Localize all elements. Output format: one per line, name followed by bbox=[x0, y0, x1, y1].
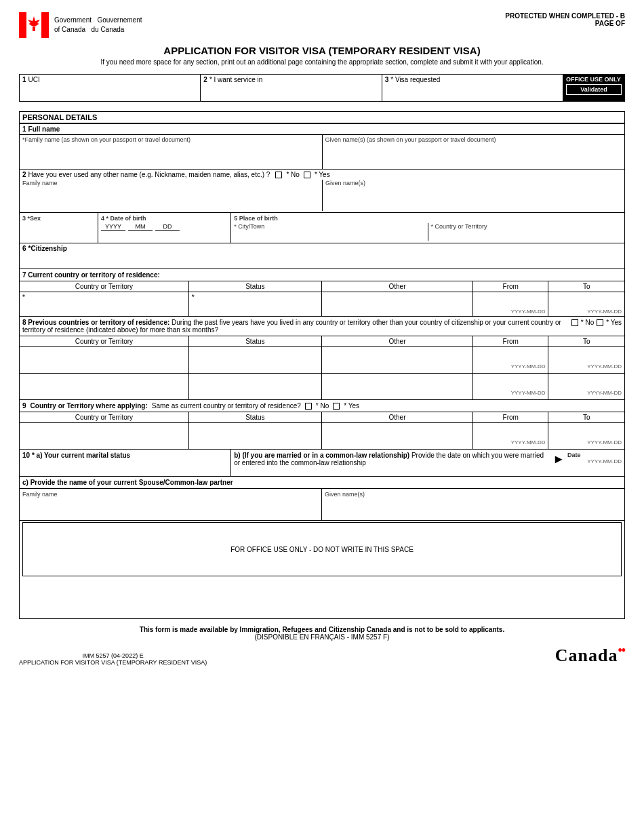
col-country-header: Country or Territory bbox=[20, 281, 189, 292]
country-territory-pob-input[interactable] bbox=[431, 230, 622, 241]
current-country-input[interactable] bbox=[22, 301, 186, 312]
yyyy-label: YYYY bbox=[101, 223, 125, 231]
prev-countries-label: Previous countries or territory of resid… bbox=[28, 319, 169, 326]
canada-flag-logo bbox=[19, 12, 49, 38]
family-name-note: *Family name (as shown on your passport … bbox=[22, 136, 319, 143]
spouse-given-label: Given name(s) bbox=[325, 491, 622, 498]
yes-label: * Yes bbox=[315, 171, 330, 178]
prev1-from-cell: YYYY-MM-DD bbox=[473, 347, 549, 373]
footer-notice: This form is made available by Immigrati… bbox=[19, 626, 625, 633]
mm-label: MM bbox=[128, 223, 153, 231]
uci-input[interactable] bbox=[22, 85, 197, 96]
office-label: OFFICE USE ONLY bbox=[566, 76, 622, 83]
current-residence-label: Current country or territory of residenc… bbox=[28, 271, 159, 279]
applying-country-cell bbox=[20, 423, 189, 449]
prev-col-to: To bbox=[548, 336, 624, 346]
current-other-input[interactable] bbox=[325, 294, 470, 304]
other-family-name-label: Family name bbox=[22, 180, 319, 186]
other-given-names-input[interactable] bbox=[325, 186, 622, 197]
personal-details-table: 1 Full name *Family name (as shown on yo… bbox=[19, 123, 625, 619]
gov-name-text: Government Gouvernement of Canada du Can… bbox=[54, 16, 142, 35]
footer: This form is made available by Immigrati… bbox=[19, 626, 625, 666]
no-checkbox[interactable] bbox=[275, 172, 282, 178]
applying-no-checkbox[interactable] bbox=[305, 403, 312, 410]
protected-label: PROTECTED WHEN COMPLETED - B PAGE OF bbox=[505, 12, 625, 27]
prev2-country-cell bbox=[20, 374, 189, 399]
arrow-icon: ► bbox=[552, 452, 565, 466]
spouse-family-label: Family name bbox=[22, 491, 319, 498]
spouse-given-input[interactable] bbox=[325, 498, 622, 509]
citizenship-input[interactable] bbox=[22, 252, 622, 263]
svg-rect-0 bbox=[19, 12, 26, 38]
spouse-family-input[interactable] bbox=[22, 498, 319, 509]
applying-col-other: Other bbox=[322, 412, 473, 422]
prev1-to-cell: YYYY-MM-DD bbox=[548, 347, 624, 373]
country-applying-num: 9 bbox=[22, 402, 26, 410]
prev-col-from: From bbox=[473, 336, 549, 346]
visa-input[interactable] bbox=[385, 85, 560, 96]
applying-col-status: Status bbox=[189, 412, 322, 422]
service-field: 2 * I want service in bbox=[201, 75, 382, 101]
no-yes-row: * No * Yes bbox=[275, 171, 329, 178]
given-names-input[interactable] bbox=[325, 143, 622, 154]
prev-no-label: * No bbox=[581, 319, 594, 326]
no-label: * No bbox=[286, 171, 299, 178]
marital-b-desc: b) (If you are married or in a common-la… bbox=[234, 452, 550, 466]
prev2-other-cell bbox=[322, 374, 473, 399]
prev2-status-cell bbox=[189, 374, 322, 399]
current-country-cell: * bbox=[20, 292, 189, 316]
other-family-name-input[interactable] bbox=[22, 186, 319, 197]
current-other-cell bbox=[322, 292, 473, 316]
form-subtitle: If you need more space for any section, … bbox=[19, 58, 625, 66]
applying-yes-label: * Yes bbox=[344, 402, 359, 410]
svg-rect-1 bbox=[41, 12, 49, 38]
form-title: APPLICATION FOR VISITOR VISA (TEMPORARY … bbox=[19, 45, 625, 56]
personal-details-section: PERSONAL DETAILS 1 Full name *Family nam… bbox=[19, 111, 625, 619]
prev2-from-cell: YYYY-MM-DD bbox=[473, 374, 549, 399]
sex-label-cell: 3 *Sex bbox=[22, 215, 95, 222]
prev1-status-cell bbox=[189, 347, 322, 373]
visa-field: 3 * Visa requested bbox=[382, 75, 563, 101]
other-given-names-label: Given name(s) bbox=[325, 180, 622, 186]
fullname-label: Full name bbox=[28, 125, 60, 133]
prev-col-other: Other bbox=[322, 336, 473, 346]
current-status-input[interactable] bbox=[192, 301, 319, 312]
dob-date-row: YYYY MM DD bbox=[101, 223, 228, 231]
uci-field: 1 UCI bbox=[20, 75, 201, 101]
prev2-to-cell: YYYY-MM-DD bbox=[548, 374, 624, 399]
top-fields-row: 1 UCI 2 * I want service in 3 * Visa req… bbox=[19, 74, 625, 102]
country-territory-pob-label: * Country or Territory bbox=[431, 223, 622, 230]
other-name-label: Have you ever used any other name (e.g. … bbox=[28, 171, 270, 178]
current-residence-num: 7 bbox=[22, 271, 26, 279]
prev-no-checkbox[interactable] bbox=[571, 319, 578, 326]
date-label: Date bbox=[567, 452, 622, 458]
col-to-header: To bbox=[548, 281, 624, 292]
other-name-num: 2 bbox=[22, 171, 26, 178]
col-from-header: From bbox=[473, 281, 549, 292]
prev-col-country: Country or Territory bbox=[20, 336, 189, 346]
footer-form-info: IMM 5257 (04-2022) E APPLICATION FOR VIS… bbox=[19, 652, 207, 666]
spouse-label: c) Provide the name of your current Spou… bbox=[22, 479, 622, 486]
dob-label-cell: 4 * Date of birth bbox=[101, 215, 228, 222]
applying-col-country: Country or Territory bbox=[20, 412, 189, 422]
office-use-space bbox=[22, 576, 622, 617]
office-use-only-area: FOR OFFICE USE ONLY - DO NOT WRITE IN TH… bbox=[22, 522, 622, 576]
applying-yes-checkbox[interactable] bbox=[333, 403, 340, 410]
footer-french: (DISPONIBLE EN FRANÇAIS - IMM 5257 F) bbox=[19, 633, 625, 641]
current-to-cell: YYYY-MM-DD bbox=[548, 292, 624, 316]
country-applying-label: Country or Territory where applying: bbox=[31, 402, 148, 410]
service-input[interactable] bbox=[203, 85, 378, 96]
citizenship-num: 6 bbox=[22, 245, 26, 252]
applying-to-cell: YYYY-MM-DD bbox=[548, 423, 624, 449]
city-town-input[interactable] bbox=[234, 230, 424, 241]
family-name-input[interactable] bbox=[22, 143, 319, 154]
applying-col-to: To bbox=[548, 412, 624, 422]
yes-checkbox[interactable] bbox=[304, 172, 310, 178]
citizenship-label: *Citizenship bbox=[28, 245, 67, 252]
marital-label: 10 * a) Your current marital status bbox=[22, 452, 228, 459]
col-other-header: Other bbox=[322, 281, 473, 292]
applying-col-from: From bbox=[473, 412, 549, 422]
prev-yes-checkbox[interactable] bbox=[597, 319, 603, 326]
city-town-label: * City/Town bbox=[234, 223, 424, 230]
current-from-cell: YYYY-MM-DD bbox=[473, 292, 549, 316]
